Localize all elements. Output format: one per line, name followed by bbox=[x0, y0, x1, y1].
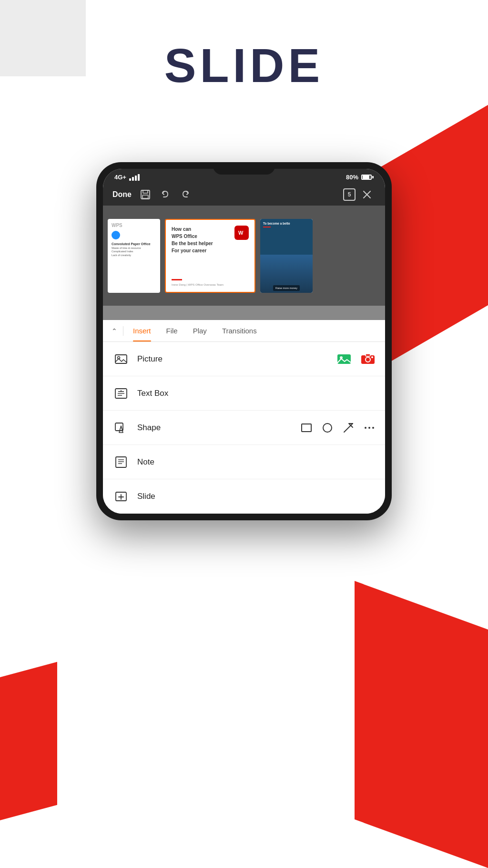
collapse-chevron-icon[interactable]: ⌃ bbox=[108, 322, 121, 340]
line-icon[interactable] bbox=[342, 422, 355, 434]
slide-thumbnails[interactable]: WPS Convoluted Paper Office Waste of tim… bbox=[103, 206, 385, 306]
slide3-title: To become a bette bbox=[263, 222, 310, 225]
svg-rect-26 bbox=[116, 457, 126, 467]
undo-icon[interactable] bbox=[160, 189, 173, 200]
menu-item-slide[interactable]: Slide bbox=[103, 479, 385, 514]
menu-item-text-box[interactable]: Text Box bbox=[103, 376, 385, 411]
slide3-badge: Raise more money bbox=[273, 285, 300, 291]
done-button[interactable]: Done bbox=[112, 190, 132, 199]
tab-file[interactable]: File bbox=[159, 320, 185, 341]
svg-text:W: W bbox=[238, 230, 244, 236]
phone-notch bbox=[213, 162, 275, 175]
rectangle-icon[interactable] bbox=[300, 422, 313, 434]
status-right: 80% bbox=[346, 174, 374, 181]
picture-actions bbox=[336, 351, 376, 367]
bg-decoration-red-bottom-right bbox=[355, 581, 488, 868]
slide2-red-line bbox=[172, 279, 182, 280]
tab-play[interactable]: Play bbox=[185, 320, 214, 341]
menu-item-note[interactable]: Note bbox=[103, 445, 385, 479]
svg-rect-2 bbox=[142, 195, 148, 198]
save-icon[interactable] bbox=[140, 189, 153, 200]
svg-rect-20 bbox=[302, 424, 311, 432]
close-icon[interactable] bbox=[362, 190, 376, 199]
page-title: SLIDE bbox=[0, 38, 488, 93]
svg-point-24 bbox=[368, 427, 370, 429]
redo-icon[interactable] bbox=[180, 189, 193, 200]
menu-item-picture[interactable]: Picture bbox=[103, 342, 385, 376]
slide1-text: Waste of time & resourceComplicated Inde… bbox=[112, 247, 156, 258]
bg-decoration-red-bottom-left bbox=[0, 662, 57, 820]
menu-item-shape[interactable]: Shape bbox=[103, 411, 385, 445]
slide1-title: Convoluted Paper Office bbox=[112, 242, 156, 246]
phone-mockup: 4G+ 80% bbox=[96, 162, 392, 520]
svg-point-13 bbox=[371, 356, 373, 358]
text-box-label: Text Box bbox=[137, 389, 376, 398]
text-box-icon bbox=[112, 385, 130, 402]
slide-thumbnail-1[interactable]: WPS Convoluted Paper Office Waste of tim… bbox=[108, 219, 160, 293]
picture-label: Picture bbox=[137, 354, 336, 364]
circle-icon[interactable] bbox=[321, 422, 334, 434]
svg-rect-8 bbox=[337, 354, 351, 364]
editor-toolbar: Done bbox=[103, 184, 385, 206]
slide2-footer: Irene Deng | WPS Office Overseas Team bbox=[172, 283, 249, 286]
slide1-logo: WPS bbox=[112, 223, 156, 228]
wps-logo: W bbox=[234, 226, 249, 240]
slide2-heading: How canWPS OfficeBe the best helperFor y… bbox=[172, 226, 234, 254]
battery-percent: 80% bbox=[346, 174, 358, 181]
slide-label: Slide bbox=[137, 492, 376, 501]
status-left: 4G+ bbox=[114, 174, 140, 181]
picture-icon bbox=[112, 351, 130, 368]
svg-point-25 bbox=[372, 427, 374, 429]
slide-count-badge[interactable]: 5 bbox=[343, 188, 356, 201]
tab-insert[interactable]: Insert bbox=[125, 320, 159, 341]
note-label: Note bbox=[137, 457, 376, 467]
note-icon bbox=[112, 454, 130, 471]
tab-divider bbox=[123, 326, 123, 336]
svg-line-22 bbox=[344, 424, 353, 432]
menu-tabs: ⌃ Insert File Play Transitions bbox=[103, 320, 385, 342]
signal-icon bbox=[129, 174, 140, 181]
slide-thumbnail-2[interactable]: How canWPS OfficeBe the best helperFor y… bbox=[165, 219, 255, 293]
slide-add-icon bbox=[112, 488, 130, 505]
signal-label: 4G+ bbox=[114, 174, 126, 181]
bottom-strip bbox=[103, 306, 385, 320]
camera-icon[interactable] bbox=[360, 351, 376, 367]
more-shapes-icon[interactable] bbox=[363, 422, 376, 434]
insert-menu-list: Picture bbox=[103, 342, 385, 514]
shape-actions bbox=[300, 422, 376, 434]
svg-rect-6 bbox=[115, 355, 127, 363]
shape-label: Shape bbox=[137, 423, 300, 433]
slide1-icon bbox=[112, 231, 120, 239]
shape-icon bbox=[112, 419, 130, 436]
slide-thumbnail-3[interactable]: To become a bette Raise more money bbox=[260, 219, 313, 293]
tab-transitions[interactable]: Transitions bbox=[214, 320, 264, 341]
svg-point-23 bbox=[365, 427, 366, 429]
battery-icon bbox=[361, 175, 374, 180]
svg-point-21 bbox=[323, 424, 332, 432]
svg-rect-12 bbox=[366, 354, 370, 356]
gallery-icon[interactable] bbox=[336, 351, 352, 367]
